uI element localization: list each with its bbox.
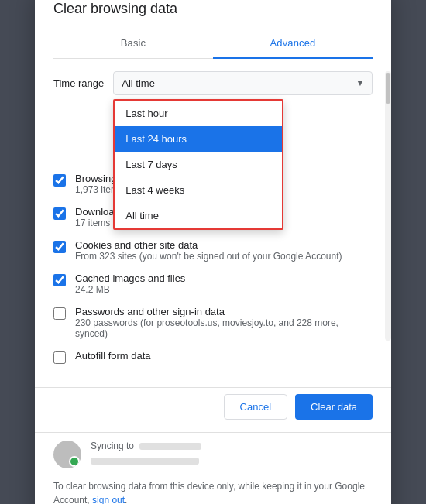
- sync-section: Syncing to: [35, 432, 391, 479]
- checkbox-download-history[interactable]: [53, 207, 66, 220]
- time-range-select[interactable]: Last hour Last 24 hours Last 7 days Last…: [113, 71, 373, 95]
- checkbox-passwords-title: Passwords and other sign-in data: [75, 306, 373, 317]
- checkbox-autofill-title: Autofill form data: [75, 350, 151, 362]
- time-range-label: Time range: [53, 77, 104, 89]
- modal-backdrop: Clear browsing data Basic Advanced Time …: [0, 0, 426, 504]
- syncing-to-label: Syncing to: [91, 441, 201, 451]
- modal-header: Clear browsing data Basic Advanced: [35, 0, 391, 59]
- tab-basic[interactable]: Basic: [53, 29, 213, 59]
- dropdown-item-last-7-days[interactable]: Last 7 days: [115, 152, 282, 177]
- checkbox-cached[interactable]: [53, 274, 66, 286]
- scrollbar[interactable]: [385, 71, 391, 341]
- avatar: [53, 441, 81, 468]
- checkbox-cached-subtitle: 24.2 MB: [75, 284, 185, 295]
- modal-footer: Cancel Clear data: [35, 387, 391, 432]
- checkbox-cookies[interactable]: [53, 241, 66, 253]
- checkbox-item-passwords: Passwords and other sign-in data 230 pas…: [53, 306, 373, 339]
- dropdown-item-last-hour[interactable]: Last hour: [115, 101, 282, 126]
- checkbox-cached-text: Cached images and files 24.2 MB: [75, 273, 185, 295]
- clear-browsing-data-modal: Clear browsing data Basic Advanced Time …: [35, 0, 391, 504]
- clear-data-button[interactable]: Clear data: [295, 394, 373, 420]
- sync-text: Syncing to: [91, 441, 201, 468]
- checkbox-passwords-subtitle: 230 passwords (for proseotools.us, movie…: [75, 317, 373, 339]
- checkbox-passwords[interactable]: [53, 307, 66, 320]
- dropdown-item-last-24-hours[interactable]: Last 24 hours: [115, 126, 282, 152]
- checkbox-cookies-text: Cookies and other site data From 323 sit…: [75, 239, 342, 262]
- time-range-row: Time range Last hour Last 24 hours Last …: [53, 71, 373, 95]
- time-range-dropdown-container: Last hour Last 24 hours Last 7 days Last…: [113, 71, 373, 95]
- checkbox-passwords-text: Passwords and other sign-in data 230 pas…: [75, 306, 373, 339]
- modal-body: Time range Last hour Last 24 hours Last …: [35, 59, 391, 387]
- dropdown-menu[interactable]: Last hour Last 24 hours Last 7 days Last…: [113, 99, 283, 230]
- dropdown-item-last-4-weeks[interactable]: Last 4 weeks: [115, 177, 282, 203]
- checkbox-item-cached: Cached images and files 24.2 MB: [53, 273, 373, 295]
- sync-name-blurred: [139, 443, 201, 450]
- checkbox-autofill[interactable]: [53, 351, 66, 364]
- dropdown-item-all-time[interactable]: All time: [115, 203, 282, 228]
- sync-email-blurred: [91, 458, 199, 465]
- sign-out-section: To clear browsing data from this device …: [35, 479, 391, 505]
- checkbox-cookies-title: Cookies and other site data: [75, 239, 342, 251]
- checkbox-browsing-history[interactable]: [53, 174, 66, 187]
- checkbox-item-autofill: Autofill form data: [53, 350, 373, 364]
- sign-out-link[interactable]: sign out: [92, 495, 125, 505]
- tabs-container: Basic Advanced: [53, 29, 373, 59]
- scrollbar-thumb: [386, 73, 390, 104]
- tab-advanced[interactable]: Advanced: [213, 29, 373, 59]
- checkbox-item-cookies: Cookies and other site data From 323 sit…: [53, 239, 373, 262]
- cancel-button[interactable]: Cancel: [224, 394, 287, 420]
- checkbox-autofill-text: Autofill form data: [75, 350, 151, 362]
- checkbox-cookies-subtitle: From 323 sites (you won't be signed out …: [75, 251, 342, 262]
- checkbox-cached-title: Cached images and files: [75, 273, 185, 284]
- modal-title: Clear browsing data: [53, 1, 373, 17]
